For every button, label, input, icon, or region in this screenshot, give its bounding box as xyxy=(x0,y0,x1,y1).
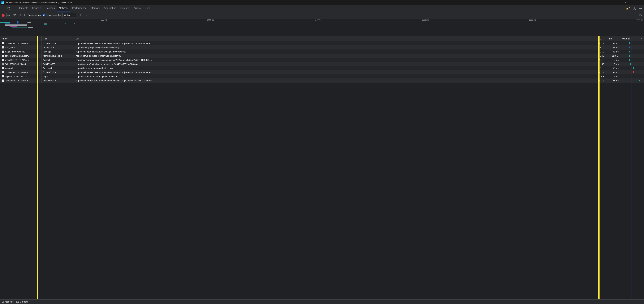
profile-icon[interactable] xyxy=(632,6,636,10)
column-header-waterfall[interactable]: Waterfall▲ xyxy=(620,36,644,41)
settings-icon[interactable] xyxy=(638,13,642,17)
minimize-button[interactable] xyxy=(622,0,629,5)
column-header-url[interactable]: Url xyxy=(74,36,597,41)
filter-icon[interactable] xyxy=(12,13,17,17)
waterfall-bar xyxy=(633,67,634,69)
tab-application[interactable]: Application xyxy=(102,5,118,12)
waterfall-bar xyxy=(634,76,634,77)
cell-name: zoherghadyali.png?siz=… xyxy=(0,54,42,58)
cell-path: /c.gif xyxy=(42,74,74,78)
warning-icon xyxy=(626,8,628,10)
tab-sources[interactable]: Sources xyxy=(44,5,57,12)
waterfall-bar xyxy=(629,46,630,48)
cell-size: 17. … xyxy=(597,45,606,50)
cell-size: 2.. KB xyxy=(597,62,606,66)
table-row[interactable]: t.js?ver=%272.1%27&n…/collect/v1/t.jshtt… xyxy=(0,78,644,82)
file-icon xyxy=(2,67,4,69)
cell-name: 34316555?s=32&v=4 xyxy=(0,62,42,66)
cell-path: /zoherghadyali.png xyxy=(42,54,74,58)
file-icon xyxy=(2,55,4,57)
cell-name-text: t.js?ver=%272.1%27&n… xyxy=(5,71,30,74)
tab-memory[interactable]: Memory xyxy=(89,5,102,12)
table-row[interactable]: 34316555?s=32&v=4/u/34316555https://avat… xyxy=(0,62,644,66)
close-button[interactable] xyxy=(636,0,643,5)
table-row[interactable]: collect?v=1&_v=j79&a…/collecthttps://www… xyxy=(0,58,644,62)
chevron-down-icon: ▼ xyxy=(73,14,75,16)
waterfall-bar xyxy=(629,51,630,52)
table-row[interactable]: t.js?ver=%272.1%27&n…/collect/v1/t.jshtt… xyxy=(0,70,644,74)
svg-line-12 xyxy=(8,14,9,16)
warnings-badge[interactable]: 3 xyxy=(626,7,630,10)
upload-har-icon[interactable] xyxy=(78,13,82,17)
cell-size: 1.4 B xyxy=(597,74,606,78)
overview-handle-right[interactable] xyxy=(43,22,43,36)
overview-tick: 2500 ms xyxy=(529,19,536,21)
status-requests: 29 requests xyxy=(2,300,14,303)
cell-url: https://www.google-analytics.com/collect… xyxy=(74,58,597,62)
device-toggle-icon[interactable] xyxy=(7,6,11,10)
tab-network[interactable]: Network xyxy=(57,5,70,12)
table-body[interactable]: t.js?ver=%272.1%27&n…/collect/v1/t.jshtt… xyxy=(0,41,644,300)
column-header-path[interactable]: Path xyxy=(42,36,74,41)
inspect-element-icon[interactable] xyxy=(1,6,6,10)
cell-size: 6.. KB xyxy=(597,50,606,54)
cell-time: 7 ms xyxy=(606,58,620,62)
status-transferred: 5.1 MB trans xyxy=(16,300,28,303)
cell-path: /favicon.ico xyxy=(42,66,74,70)
table-row[interactable]: t.js?ver=%272.1%27&n…/collect/v1/t.jshtt… xyxy=(0,41,644,45)
overview-ruler: 500 ms1000 ms1500 ms2000 ms2500 ms3000 m… xyxy=(0,18,644,22)
table-row[interactable]: favicon.ico/favicon.icohttps://docs.micr… xyxy=(0,66,644,70)
tab-performance[interactable]: Performance xyxy=(70,5,89,12)
column-header-siz[interactable]: Siz xyxy=(597,36,606,41)
tab-security[interactable]: Security xyxy=(118,5,132,12)
table-row[interactable]: analytics.js/analytics.jshttps://www.goo… xyxy=(0,45,644,50)
cell-name: t.js?ver=%272.1%27&n… xyxy=(0,70,42,74)
cell-waterfall xyxy=(620,58,644,62)
cell-time: 80 ms xyxy=(606,66,620,70)
cell-size: 4.7 B xyxy=(597,78,606,82)
tab-elements[interactable]: Elements xyxy=(16,5,30,12)
overview-tick: 2000 ms xyxy=(422,19,429,21)
cell-waterfall xyxy=(620,62,644,66)
preserve-log-checkbox[interactable]: Preserve log xyxy=(24,14,41,16)
network-overview[interactable]: 500 ms1000 ms1500 ms2000 ms2500 ms3000 m… xyxy=(0,18,644,36)
cell-name-text: zoherghadyali.png?siz=… xyxy=(5,54,30,57)
clear-button[interactable] xyxy=(6,13,11,18)
table-row[interactable]: zoherghadyali.png?siz=…/zoherghadyali.pn… xyxy=(0,54,644,58)
disable-cache-checkbox[interactable]: Disable cache xyxy=(43,14,61,16)
cell-waterfall xyxy=(620,50,644,54)
cell-path: /js/lux.js xyxy=(42,50,74,54)
cell-name-text: analytics.js xyxy=(5,46,16,49)
maximize-button[interactable] xyxy=(629,0,636,5)
cell-size: 4.7 B xyxy=(597,41,606,45)
search-icon[interactable] xyxy=(18,13,22,17)
tab-hints[interactable]: Hints xyxy=(143,5,152,12)
download-har-icon[interactable] xyxy=(84,13,88,17)
cell-name: favicon.ico xyxy=(0,66,42,70)
waterfall-bar xyxy=(630,63,631,65)
cell-time: 10 ms xyxy=(606,62,620,66)
cell-size: 17. … xyxy=(597,66,606,70)
table-row[interactable]: c.gif?DI=4050&did=1&t=/c.gifhttps://c1.m… xyxy=(0,74,644,78)
throttling-select[interactable]: Online ▼ xyxy=(62,13,76,18)
cell-waterfall xyxy=(620,78,644,82)
more-icon[interactable] xyxy=(638,6,643,10)
tab-console[interactable]: Console xyxy=(30,5,44,12)
titlebar: DevTools - docs.microsoft.com/en-us/micr… xyxy=(0,0,644,5)
svg-point-8 xyxy=(640,8,640,8)
file-icon xyxy=(2,42,4,44)
overview-body xyxy=(0,22,644,36)
tab-audits[interactable]: Audits xyxy=(132,5,142,12)
preserve-log-label: Preserve log xyxy=(28,14,41,16)
cell-name-text: c.gif?DI=4050&did=1&t= xyxy=(5,75,29,78)
cell-name-text: collect?v=1&_v=j79&a… xyxy=(5,59,29,61)
column-header-name[interactable]: Name xyxy=(0,36,42,41)
waterfall-bar xyxy=(629,55,630,56)
cell-name: lux.js?id=409849828 xyxy=(0,50,42,54)
table-row[interactable]: lux.js?id=409849828/js/lux.jshttps://cdn… xyxy=(0,50,644,54)
cell-name-text: lux.js?id=409849828 xyxy=(5,50,25,53)
column-header-time[interactable]: Time xyxy=(606,36,620,41)
cell-waterfall xyxy=(620,70,644,74)
record-button[interactable] xyxy=(2,14,4,17)
waterfall-bar xyxy=(629,59,630,61)
